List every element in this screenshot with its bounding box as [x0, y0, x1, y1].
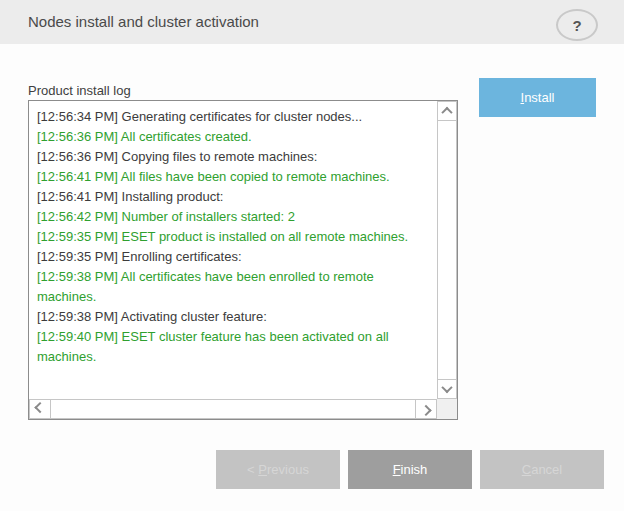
previous-button[interactable]: < Previous	[216, 450, 340, 489]
scroll-right-button[interactable]	[415, 399, 437, 419]
page-title: Nodes install and cluster activation	[28, 0, 259, 44]
scroll-left-button[interactable]	[29, 399, 51, 419]
log-line: [12:59:38 PM] Activating cluster feature…	[37, 307, 433, 327]
dialog-header: Nodes install and cluster activation ?	[0, 0, 624, 44]
horizontal-scrollbar-thumb[interactable]	[50, 399, 416, 419]
log-lines[interactable]: [12:56:34 PM] Generating certificates fo…	[29, 101, 437, 399]
scroll-up-button[interactable]	[437, 101, 457, 121]
question-mark-icon: ?	[572, 17, 581, 34]
install-button[interactable]: Install	[479, 78, 596, 117]
chevron-left-icon	[34, 402, 45, 413]
chevron-right-icon	[420, 405, 431, 416]
log-line: [12:56:34 PM] Generating certificates fo…	[37, 107, 433, 127]
horizontal-scrollbar[interactable]	[29, 399, 437, 419]
product-install-log: [12:56:34 PM] Generating certificates fo…	[28, 100, 458, 420]
vertical-scrollbar[interactable]	[437, 101, 457, 399]
log-line: [12:59:40 PM] ESET cluster feature has b…	[37, 327, 433, 367]
log-label: Product install log	[28, 83, 131, 98]
finish-button[interactable]: Finish	[348, 450, 472, 489]
log-line: [12:59:35 PM] ESET product is installed …	[37, 227, 433, 247]
vertical-scrollbar-thumb[interactable]	[437, 120, 457, 380]
log-line: [12:56:41 PM] All files have been copied…	[37, 167, 433, 187]
scrollbar-corner	[437, 399, 457, 419]
log-line: [12:56:36 PM] Copying files to remote ma…	[37, 147, 433, 167]
scroll-down-button[interactable]	[437, 379, 457, 399]
log-line: [12:56:36 PM] All certificates created.	[37, 127, 433, 147]
log-line: [12:59:38 PM] All certificates have been…	[37, 267, 433, 307]
wizard-dialog: Nodes install and cluster activation ? P…	[0, 0, 624, 511]
cancel-button[interactable]: Cancel	[480, 450, 604, 489]
log-line: [12:59:35 PM] Enrolling certificates:	[37, 247, 433, 267]
chevron-up-icon	[441, 107, 452, 118]
help-button[interactable]: ?	[556, 9, 598, 41]
log-line: [12:56:41 PM] Installing product:	[37, 187, 433, 207]
log-line: [12:56:42 PM] Number of installers start…	[37, 207, 433, 227]
chevron-down-icon	[441, 382, 452, 393]
